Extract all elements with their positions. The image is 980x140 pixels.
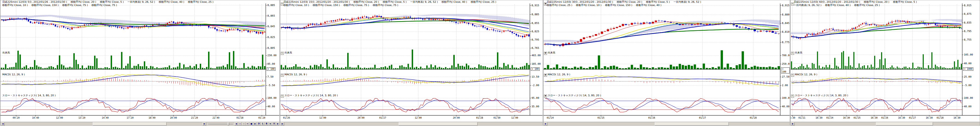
stoch-axis-label: 40.00 [267,105,275,108]
volume-axis-label: 250.00 [782,63,790,65]
bottom-scrollbar-strip: ◀▶◀＋－↔■▶DLB⊕X▶ [0,122,280,126]
chart-canvas-chart-30min [544,0,790,122]
stoch-panel-label: ▼スロー・ストキャスティクス( 14, 3, 80, 20 ) [544,94,601,98]
zoom-out-button[interactable]: － [242,122,246,126]
day-mode-button[interactable]: D [257,122,261,126]
macd-panel-label: ▼MACD( 12, 26, 9 ) [544,73,570,77]
legend-indicator: 移動平均( Close, 10 ) [283,4,309,7]
chart-window-chart-30min: ▼日経225mini 12/03( 30分, 2012/01/20 - 2012… [543,0,790,126]
bottom-scrollbar-strip: ▶ [544,122,790,126]
time-axis-label: 16:30 [953,116,960,119]
volume-axis-label: 230.00 [267,54,277,57]
volume-panel-label: 出来高 [2,51,10,54]
scroll-left-button[interactable]: ◀ [234,122,238,126]
ma-line-red [282,17,529,35]
window-corner-icon[interactable]: ↖ [281,1,285,6]
line-mode-button[interactable]: L [261,122,265,126]
price-axis-label: 8,765 [531,47,539,49]
hscroll-thumb[interactable] [655,122,729,126]
price-axis-label: 8,885 [267,4,275,7]
legend-indicator: 移動平均( Close, 75 ) [373,4,398,7]
panel-restore-arrow-icon[interactable]: ↖ [791,52,794,55]
legend-indicator: 移動平均( Close, 25 ) [471,0,496,3]
play-button[interactable]: ▶ [253,122,257,126]
chart-title: 日経225mini 12/03( 5分, 2012/01/26 - 2012/0… [2,0,67,3]
legend-line-1: 日経225mini 12/03( 30分, 2012/01/20 - 2012/… [547,0,705,3]
restore-arrow-icon[interactable]: ↖ [791,3,794,6]
legend-indicator: 移動平均( Close, 75 ) [92,4,117,7]
volume-axis-label: 85.00 [267,63,275,65]
scroll-right-button[interactable]: ▶ [276,122,280,126]
stoch-d-line [282,100,529,111]
time-axis-label: 01/27 [699,116,706,119]
hscroll-left-button[interactable]: ▶ [280,122,284,126]
time-axis-label: 01/27 [379,116,386,119]
legend-line-2: 一目均衡表( 9, 26, 52 )移動平均( Close, 40 )移動平均(… [794,4,884,7]
legend-indicator: 移動平均( Close, 75 ) [344,4,369,7]
hscroll-left-button[interactable]: ◀ [1,122,5,126]
price-axis-label: 8,855 [531,22,539,25]
legend-indicator: 一目均衡表( 9, 26, 52 ) [410,0,438,3]
hscroll-thumb[interactable] [399,122,477,126]
panel-collapse-triangle-icon[interactable]: ▼ [544,52,547,55]
macd-panel-label: MACD( 12, 26, 9 ) [2,73,25,76]
legend-indicator: 移動平均( Close, 40 ) [442,0,467,3]
ichimoku-cloud [544,19,780,42]
time-axis-label: 12:00 [56,116,63,119]
time-axis-label: 01/27 [909,116,916,119]
hscroll-right-button[interactable]: ▶ [202,122,206,126]
fit-width-button[interactable]: ↔ [246,122,250,126]
chart-canvas-chart-15min [280,0,543,122]
panel-restore-arrow-icon[interactable]: ↖ [281,74,284,77]
time-axis-label: 22:40 [212,116,220,119]
panel-restore-arrow-icon[interactable]: ↖ [791,74,794,77]
stoch-axis-label: 100.00 [267,97,277,99]
panel-collapse-triangle-icon[interactable]: ▼ [544,74,547,77]
time-axis-label: 18:40 [149,116,156,119]
stoch-panel-label: ↖スロー・ストキャスティクス( 14, 3, 80, 20 ) [281,94,338,98]
volume-multiplier-box: × 1000 [963,68,973,71]
window-corner-icon[interactable]: ↖ [791,1,795,6]
volume-panel-label-text: 出来高 [2,51,10,54]
hscroll-left-button[interactable]: ▶ [544,122,547,126]
price-axis-label: 8,805 [267,47,275,49]
legend-indicator: 移動平均( Close, 25 ) [188,0,214,3]
legend-indicator: 一目均衡表( 9, 26, 52 ) [673,0,701,3]
time-axis-label: 01/30 [493,116,500,119]
price-axis-label: 8,885 [531,13,539,16]
price-axis-label: 8,880 [782,13,789,16]
close-tool-button[interactable]: X [272,122,276,126]
volume-bars [281,49,530,69]
window-corner-icon[interactable]: ▼ [544,1,548,6]
time-axis-label: 01/28 [937,116,943,119]
panel-restore-arrow-icon[interactable]: ↖ [281,94,284,98]
crosshair-button[interactable]: ⊕ [269,122,272,126]
panel-restore-arrow-icon[interactable]: ↖ [281,52,284,55]
zoom-slider-handle[interactable] [228,123,229,125]
zoom-in-button[interactable]: ＋ [238,122,242,126]
time-axis-label: 17:20 [127,116,134,119]
hscroll-thumb[interactable] [876,122,933,126]
collapse-triangle-icon[interactable]: ▼ [544,3,547,6]
bar-mode-button[interactable]: B [265,122,268,126]
chart-window-chart-60min: ↖日経225mini 12/03( 60分, 2012/01/20 - 2012… [790,0,980,126]
stoch-panel-label-text: スロー・ストキャスティクス( 14, 3, 80, 20 ) [548,94,601,97]
time-axis-label: 09:20 [13,116,20,119]
stoch-panel-label: スロー・ストキャスティクス( 14, 3, 80, 20 ) [2,94,56,97]
volume-axis-label: 185.00 [531,63,541,65]
time-axis-label: 01/28 [476,116,483,119]
legend-line-1: 日経225mini 12/03( 5分, 2012/01/26 - 2012/0… [2,0,217,3]
macd-axis-label: -5.00 [964,84,972,87]
time-axis-label: 20:00 [358,116,364,119]
restore-arrow-icon[interactable]: ↖ [281,3,284,6]
panel-collapse-triangle-icon[interactable]: ▼ [544,94,547,98]
legend-indicator: 移動平均( Close, 150 ) [313,4,340,7]
stop-button[interactable]: ■ [250,122,253,126]
volume-bars [1,51,266,69]
panel-restore-arrow-icon[interactable]: ↖ [791,94,794,98]
time-axis-label: 01/28 [750,116,757,119]
legend-line-2: 移動平均( Close, 10 )移動平均( Close, 150 )移動平均(… [2,4,121,7]
hscroll-thumb[interactable] [93,122,167,126]
hscroll-left-button[interactable]: ▶ [791,122,794,126]
time-axis-label: 01/24 [826,116,833,119]
